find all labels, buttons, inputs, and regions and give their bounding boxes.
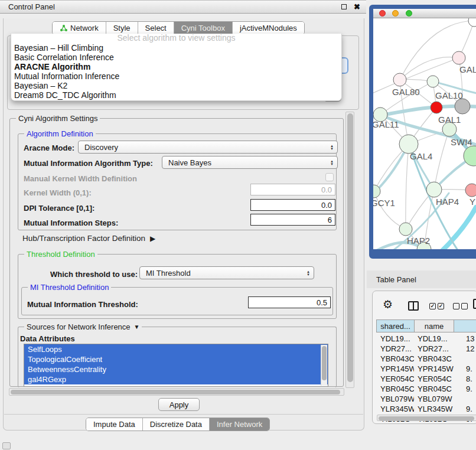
algorithm-option[interactable]: Basic Correlation Inference bbox=[11, 53, 341, 62]
tab-cyni-toolbox[interactable]: Cyni Toolbox bbox=[174, 22, 233, 34]
tab-style[interactable]: Style bbox=[106, 22, 138, 34]
apply-button[interactable]: Apply bbox=[158, 398, 200, 411]
node-GAL2[interactable] bbox=[452, 51, 465, 64]
tab-select[interactable]: Select bbox=[138, 22, 174, 34]
table-row[interactable]: YPR145WYPR145W9. bbox=[376, 364, 476, 374]
data-attributes-list[interactable]: SelfLoopsTopologicalCoefficientBetweenne… bbox=[24, 344, 328, 387]
network-node[interactable] bbox=[468, 18, 476, 27]
table-horizontal-scrollbar[interactable] bbox=[377, 415, 476, 421]
node-GAL1[interactable] bbox=[431, 102, 442, 113]
table-cell[interactable]: YBL079W bbox=[376, 394, 414, 403]
network-edge[interactable] bbox=[374, 191, 406, 229]
which-threshold-combo[interactable]: MI Threshold ▴▾ bbox=[139, 266, 314, 279]
node-GAL80[interactable] bbox=[393, 73, 406, 86]
minimize-traffic-light[interactable] bbox=[392, 10, 399, 17]
data-attribute-item[interactable]: SelfLoops bbox=[24, 344, 328, 354]
table-row[interactable]: YLR345WYLR345W9. bbox=[376, 404, 476, 414]
table-cell[interactable]: YLR345W bbox=[376, 405, 414, 413]
list-scrollbar[interactable] bbox=[321, 345, 327, 386]
algorithm-option[interactable]: Bayesian – Hill Climbing bbox=[11, 43, 341, 53]
table-cell[interactable]: YLR345W bbox=[414, 405, 454, 413]
data-attribute-item[interactable]: BetweennessCentrality bbox=[24, 364, 328, 374]
checked-checkbox-icon[interactable]: ✓ bbox=[429, 303, 436, 309]
tab-network[interactable]: Network bbox=[53, 22, 106, 34]
tab-infer-network[interactable]: Infer Network bbox=[210, 418, 269, 431]
network-view-window[interactable]: GAL2GAL80GAL10GAL1GAL11SWI4GAL4GCY1HAP4Y… bbox=[369, 5, 476, 259]
table-cell[interactable]: YBR043C bbox=[414, 354, 454, 363]
table-cell[interactable]: 9. bbox=[454, 384, 476, 393]
table-cell[interactable]: 12 bbox=[454, 344, 476, 353]
unchecked-checkbox-icon[interactable] bbox=[453, 303, 459, 309]
aracne-mode-combo[interactable]: Discovery ▴▾ bbox=[78, 141, 338, 154]
sources-group-title[interactable]: Sources for Network Inference ▼ bbox=[24, 322, 142, 331]
column-header-clipped[interactable] bbox=[454, 320, 476, 332]
node-HAP4[interactable] bbox=[426, 182, 442, 197]
table-cell[interactable]: YDL19... bbox=[414, 334, 454, 343]
table-cell[interactable]: YDR27... bbox=[376, 344, 414, 353]
split-columns-icon[interactable] bbox=[408, 301, 419, 311]
settings-vertical-scrollbar[interactable] bbox=[345, 112, 354, 388]
table-cell[interactable]: 8. bbox=[454, 374, 476, 383]
table-cell[interactable]: YBR043C bbox=[376, 354, 414, 363]
dpi-tolerance-input[interactable] bbox=[250, 199, 335, 211]
close-icon[interactable]: ✖ bbox=[354, 3, 360, 11]
table-cell[interactable]: YER054C bbox=[414, 374, 454, 383]
algorithm-option[interactable]: Dream8 DC_TDC Algorithm bbox=[11, 90, 341, 100]
table-cell[interactable]: 13 bbox=[454, 334, 476, 343]
gear-icon[interactable]: ⚙ bbox=[383, 299, 393, 310]
data-attribute-item[interactable]: gal4RGexp bbox=[24, 374, 328, 384]
table-row[interactable]: YBR043CYBR043C bbox=[376, 354, 476, 364]
data-attribute-item[interactable]: TopologicalCoefficient bbox=[24, 354, 328, 364]
table-row[interactable]: YDR27...YDR27...12 bbox=[376, 344, 476, 354]
table-cell[interactable]: 9. bbox=[454, 364, 476, 373]
table-cell[interactable]: YDR27... bbox=[414, 344, 454, 353]
list-scrollbar-thumb[interactable] bbox=[322, 346, 327, 380]
tab-jactivemnodules[interactable]: jActiveMNodules bbox=[233, 22, 304, 34]
table-cell[interactable]: YBR045C bbox=[376, 384, 414, 393]
network-window-titlebar[interactable] bbox=[373, 9, 476, 18]
tab-discretize-data[interactable]: Discretize Data bbox=[143, 418, 210, 431]
algorithm-option[interactable]: Bayesian – K2 bbox=[11, 81, 341, 90]
manual-kernel-checkbox[interactable] bbox=[325, 173, 334, 181]
table-cell[interactable]: YPR145W bbox=[376, 364, 414, 373]
mi-steps-input[interactable] bbox=[250, 214, 335, 226]
tab-impute-data[interactable]: Impute Data bbox=[86, 418, 143, 431]
panel-grip[interactable] bbox=[2, 442, 11, 449]
network-canvas[interactable]: GAL2GAL80GAL10GAL1GAL11SWI4GAL4GCY1HAP4Y… bbox=[373, 18, 476, 249]
clipped-toolbar-icon[interactable] bbox=[473, 299, 476, 309]
table-cell[interactable]: YBL079W bbox=[414, 394, 454, 403]
mi-algorithm-type-combo[interactable]: Naive Bayes ▴▾ bbox=[162, 156, 338, 169]
table-row[interactable]: YBL079WYBL079W bbox=[376, 394, 476, 404]
network-edge[interactable] bbox=[400, 57, 459, 80]
node-GAL10[interactable] bbox=[427, 76, 439, 87]
settings-vertical-thumb[interactable] bbox=[347, 113, 353, 382]
table-cell[interactable]: YER054C bbox=[376, 374, 414, 383]
hub-definition-toggle[interactable]: Hub/Transcription Factor Definition ▶ bbox=[22, 234, 155, 243]
algorithm-option[interactable]: Mutual Information Inference bbox=[11, 71, 341, 81]
table-cell[interactable]: YBR045C bbox=[414, 384, 454, 393]
node-Y[interactable] bbox=[465, 184, 476, 197]
hub-definition-label: Hub/Transcription Factor Definition bbox=[22, 234, 145, 243]
kernel-width-input[interactable] bbox=[250, 184, 335, 195]
network-edge[interactable] bbox=[406, 144, 409, 229]
node-HAP2[interactable] bbox=[399, 223, 412, 236]
table-cell[interactable]: 9. bbox=[454, 405, 476, 413]
table-row[interactable]: YER054CYER054C8. bbox=[376, 374, 476, 384]
table-row[interactable]: YDL19...YDL19...13 bbox=[376, 334, 476, 344]
network-node[interactable] bbox=[455, 99, 470, 114]
float-window-icon[interactable] bbox=[341, 4, 347, 9]
table-cell[interactable]: YPR145W bbox=[414, 364, 454, 373]
checked-checkbox-icon[interactable]: ✓ bbox=[438, 303, 444, 309]
table-row[interactable]: YBR045CYBR045C9. bbox=[376, 384, 476, 394]
close-traffic-light[interactable] bbox=[379, 10, 386, 17]
column-header-shared-name[interactable]: shared... bbox=[377, 320, 415, 332]
column-header-name[interactable]: name bbox=[415, 320, 454, 332]
zoom-traffic-light[interactable] bbox=[406, 10, 412, 17]
settings-horizontal-thumb[interactable] bbox=[11, 390, 340, 394]
algorithm-option[interactable]: ARACNE Algorithm bbox=[11, 62, 341, 71]
table-horizontal-thumb[interactable] bbox=[379, 416, 474, 420]
mi-threshold-input[interactable] bbox=[248, 296, 331, 308]
unchecked-checkbox-icon[interactable] bbox=[461, 303, 468, 309]
table-cell[interactable]: YDL19... bbox=[376, 334, 414, 343]
settings-horizontal-scrollbar[interactable] bbox=[9, 388, 344, 396]
